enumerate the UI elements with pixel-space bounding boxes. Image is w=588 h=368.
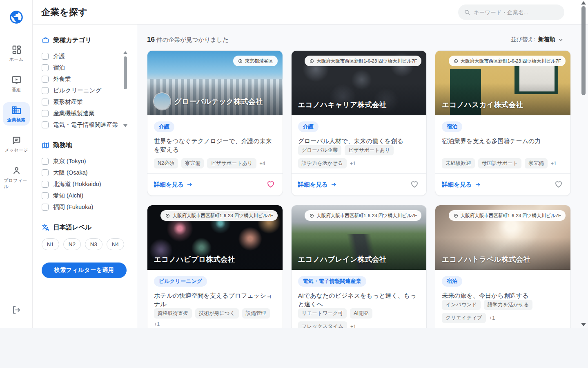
search-icon	[464, 9, 470, 16]
arrow-right-icon	[475, 182, 481, 188]
jlpt-pill-n4[interactable]: N4	[107, 238, 124, 250]
industry-option[interactable]: 介護	[42, 50, 120, 62]
category-badge: 介護	[154, 121, 174, 132]
scrollbar-thumb[interactable]	[124, 56, 127, 89]
feature-tag: 未経験歓迎	[442, 158, 475, 168]
checkbox[interactable]	[42, 169, 49, 176]
scroll-down-icon[interactable]	[581, 323, 586, 326]
company-cover-photo: 大阪府大阪市西区新町1-6-23 四ツ橋大川ビル7F エコノハスカイ株式会社	[435, 51, 570, 115]
page-title: 企業を探す	[41, 6, 88, 18]
company-cover-photo: 東京都渋谷区 グローバルテック株式会社	[147, 51, 283, 115]
checkbox[interactable]	[42, 99, 49, 105]
location-badge: 大阪府大阪市西区新町1-6-23 四ツ橋大川ビル7F	[449, 56, 566, 66]
nav-item-profile[interactable]: プロフィール	[3, 163, 30, 192]
location-option-list: 東京 (Tokyo) 大阪 (Osaka) 北海道 (Hokkaido) 愛知 …	[42, 155, 129, 213]
industry-option[interactable]: 産業機械製造業	[42, 108, 120, 119]
feature-tags: N2必須 寮完備 ビザサポートあり +4	[154, 158, 276, 168]
checkbox[interactable]	[42, 76, 49, 83]
company-cover-photo: 大阪府大阪市西区新町1-6-23 四ツ橋大川ビル7F エコノハブレイン株式会社	[292, 205, 427, 270]
feature-tag: 資格取得支援	[154, 308, 192, 319]
location-option[interactable]: 北海道 (Hokkaido)	[42, 178, 120, 190]
location-badge: 大阪府大阪市西区新町1-6-23 四ツ橋大川ビル7F	[160, 210, 277, 221]
feature-tags: 資格取得支援 技術が身につく 設備管理 +1	[154, 308, 276, 327]
nav-item-programs[interactable]: 番組	[3, 72, 30, 95]
filter-section-jlpt: 日本語レベル N1 N2 N3 N4	[42, 223, 129, 250]
nav-item-company-search[interactable]: 企業検索	[3, 102, 30, 126]
favorite-button[interactable]	[409, 180, 420, 190]
jlpt-pill-n2[interactable]: N2	[63, 238, 81, 250]
jlpt-pill-n1[interactable]: N1	[42, 238, 59, 250]
location-option[interactable]: 東京 (Tokyo)	[42, 155, 120, 167]
logout-button[interactable]	[11, 305, 21, 315]
jlpt-level-row: N1 N2 N3 N4	[42, 238, 129, 250]
checkbox[interactable]	[42, 158, 49, 165]
more-tags-count: +1	[154, 321, 160, 327]
nav-item-messages[interactable]: メッセージ	[3, 132, 30, 156]
page-scrollbar[interactable]	[580, 0, 587, 328]
company-card[interactable]: 大阪府大阪市西区新町1-6-23 四ツ橋大川ビル7F エコノハキャリア株式会社 …	[291, 50, 427, 196]
scroll-up-icon[interactable]	[581, 1, 586, 4]
company-card[interactable]: 大阪府大阪市西区新町1-6-23 四ツ橋大川ビル7F エコノハトラベル株式会社 …	[435, 205, 571, 328]
details-link[interactable]: 詳細を見る	[298, 181, 337, 188]
checkbox[interactable]	[42, 64, 49, 71]
favorite-button[interactable]	[265, 180, 276, 190]
details-link[interactable]: 詳細を見る	[154, 181, 193, 188]
scrollbar-thumb[interactable]	[581, 6, 586, 95]
industry-option[interactable]: 宿泊	[42, 62, 120, 73]
feature-tag: 寮完備	[181, 158, 204, 168]
checkbox[interactable]	[42, 192, 49, 199]
feature-tag: 技術が身につく	[195, 308, 239, 319]
feature-tags: 未経験歓迎 母国語サポート 寮完備 +1	[442, 158, 564, 168]
industry-option[interactable]: 素形材産業	[42, 96, 120, 108]
heart-icon	[410, 180, 419, 188]
industry-option[interactable]: ビルクリーニング	[42, 85, 120, 96]
category-badge: 宿泊	[442, 121, 462, 132]
checkbox[interactable]	[42, 110, 49, 117]
company-card[interactable]: 大阪府大阪市西区新町1-6-23 四ツ橋大川ビル7F エコノハブレイン株式会社 …	[291, 205, 427, 328]
company-name: エコノハブレイン株式会社	[298, 254, 387, 264]
checkbox[interactable]	[42, 87, 49, 94]
search-box[interactable]	[458, 4, 564, 20]
feature-tag: N2必須	[154, 158, 178, 168]
location-option[interactable]: 福岡 (Fukuoka)	[42, 201, 120, 213]
results-area: 16件の企業が見つかりました 並び替え: 新着順 東京都渋谷区 グローバル	[137, 25, 588, 328]
industry-list-scrollbar[interactable]	[123, 51, 128, 127]
location-option[interactable]: 大阪 (Osaka)	[42, 167, 120, 178]
category-badge: 宿泊	[442, 276, 462, 287]
filter-section-header: 勤務地	[42, 141, 129, 150]
search-input[interactable]	[474, 9, 559, 16]
arrow-right-icon	[187, 182, 193, 188]
details-link[interactable]: 詳細を見る	[442, 181, 481, 188]
company-card[interactable]: 東京都渋谷区 グローバルテック株式会社 介護 世界をつなぐテクノロジーで、介護の…	[147, 50, 283, 196]
location-pin-icon	[238, 58, 243, 64]
sort-dropdown[interactable]: 並び替え: 新着順	[510, 36, 564, 43]
feature-tags: インバウンド 語学力を活かせる クリエイティブ +1	[442, 300, 564, 323]
chevron-down-icon	[558, 37, 564, 43]
checkbox[interactable]	[42, 181, 49, 188]
industry-option[interactable]: 外食業	[42, 73, 120, 85]
industry-option[interactable]: 電気・電子情報関連産業	[42, 119, 120, 130]
company-card[interactable]: 大阪府大阪市西区新町1-6-23 四ツ橋大川ビル7F エコノハビプロ株式会社 ビ…	[147, 205, 283, 328]
favorite-button[interactable]	[553, 180, 564, 190]
checkbox[interactable]	[42, 121, 49, 128]
sort-label: 並び替え:	[510, 36, 535, 43]
filter-section-location: 勤務地 東京 (Tokyo) 大阪 (Osaka) 北海道 (Hokkaido)…	[42, 141, 129, 213]
scroll-down-icon[interactable]	[123, 124, 127, 127]
scroll-up-icon[interactable]	[123, 51, 127, 54]
apply-filters-button[interactable]: 検索フィルターを適用	[42, 263, 127, 278]
feature-tag: ビザサポートあり	[345, 145, 394, 155]
industry-option-list: 介護 宿泊 外食業 ビルクリーニング 素形材産業 産業機械製造業 電気・電子情報…	[42, 50, 129, 130]
dashboard-icon	[11, 45, 22, 55]
tv-play-icon	[11, 75, 22, 85]
jlpt-pill-n3[interactable]: N3	[85, 238, 102, 250]
checkbox[interactable]	[42, 53, 49, 60]
more-tags-count: +1	[489, 315, 495, 321]
checkbox[interactable]	[42, 204, 49, 211]
filter-section-title: 業種カテゴリ	[53, 36, 91, 45]
nav-rail: ホーム 番組 企業検索 メッセージ プロフィール	[0, 0, 33, 328]
map-icon	[42, 141, 49, 149]
nav-item-home[interactable]: ホーム	[3, 42, 30, 65]
company-card[interactable]: 大阪府大阪市西区新町1-6-23 四ツ橋大川ビル7F エコノハスカイ株式会社 宿…	[435, 50, 571, 196]
feature-tags: リモートワーク可 AI開発 フレックスタイム +1	[298, 308, 420, 328]
location-option[interactable]: 愛知 (Aichi)	[42, 190, 120, 201]
